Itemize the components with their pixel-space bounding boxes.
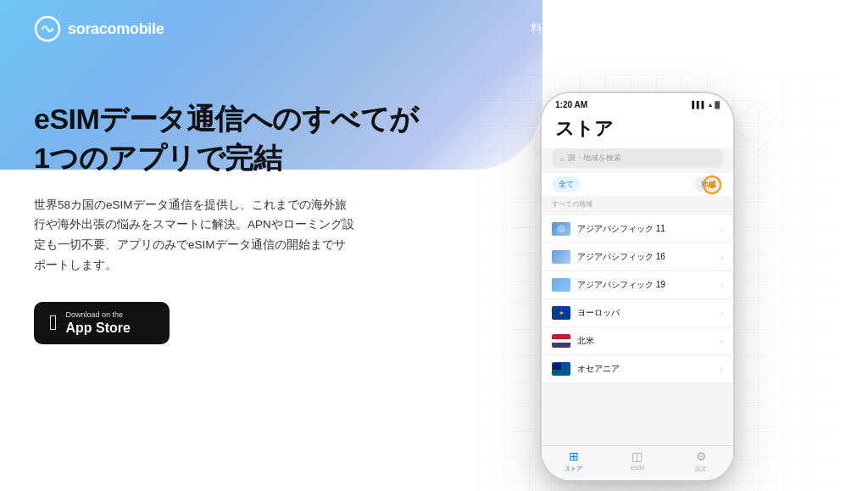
list-item[interactable]: アジアパシフィック 19 › <box>542 271 733 299</box>
apple-icon:  <box>49 311 58 333</box>
list-item[interactable]: オセアニア › <box>542 355 733 383</box>
header: soracomobile 料金 eSIM利用の流れ よくある質問 EN | JA <box>0 0 868 58</box>
region-name: オセアニア <box>577 363 714 375</box>
status-icons: ▌▌▌ ▴ ▓ <box>692 101 720 109</box>
list-item[interactable]: 北米 › <box>542 327 733 355</box>
section-label: すべての地域 <box>542 196 733 210</box>
indicator-inner <box>709 181 715 188</box>
chevron-icon: › <box>721 225 723 234</box>
flag-asia-pacific-16 <box>552 250 570 264</box>
logo[interactable]: soracomobile <box>34 15 164 42</box>
list-item[interactable]: ✦ ヨーロッパ › <box>542 299 733 327</box>
flag-north-america <box>552 334 570 348</box>
app-header: ストア <box>542 113 733 148</box>
flag-oceania <box>552 362 570 376</box>
hero-headline: eSIMデータ通信へのすべてが 1つのアプリで完結 <box>34 100 441 178</box>
app-store-large-text: App Store <box>66 320 131 336</box>
chevron-icon: › <box>721 365 723 374</box>
region-name: アジアパシフィック 11 <box>577 223 714 235</box>
nav-item-faq[interactable]: よくある質問 <box>696 21 767 36</box>
settings-tab-label: 設定 <box>695 465 707 473</box>
region-name: ヨーロッパ <box>577 307 714 319</box>
filter-tabs: 全て 地域 <box>542 173 733 196</box>
nav-item-esim-flow[interactable]: eSIM利用の流れ <box>581 21 669 36</box>
hero-description: 世界58カ国のeSIMデータ通信を提供し、これまでの海外旅行や海外出張の悩みをス… <box>34 195 356 276</box>
app-store-button[interactable]:  Download on the App Store <box>34 302 170 344</box>
headline-line2: 1つのアプリで完結 <box>34 142 281 174</box>
status-time: 1:20 AM <box>555 100 587 109</box>
search-placeholder: 国・地域を検索 <box>568 153 621 164</box>
indicator-circle <box>703 176 721 194</box>
list-item[interactable]: アジアパシフィック 16 › <box>542 243 733 271</box>
tab-esim[interactable]: ◫ eSIM <box>605 449 669 473</box>
app-store-small-text: Download on the <box>66 310 131 320</box>
esim-tab-icon: ◫ <box>632 449 643 463</box>
tab-settings[interactable]: ⚙ 設定 <box>670 449 733 473</box>
status-bar: 1:20 AM ▌▌▌ ▴ ▓ <box>542 93 733 113</box>
filter-tab-all[interactable]: 全て <box>552 176 581 192</box>
tab-store[interactable]: ⊞ ストア <box>542 449 605 473</box>
settings-tab-icon: ⚙ <box>696 449 707 463</box>
bottom-tab-bar: ⊞ ストア ◫ eSIM ⚙ 設定 <box>542 445 733 480</box>
chevron-icon: › <box>721 281 723 290</box>
btn-text: Download on the App Store <box>66 310 131 336</box>
nav: 料金 eSIM利用の流れ よくある質問 EN | JA <box>531 21 834 36</box>
headline-line1: eSIMデータ通信へのすべてが <box>34 103 419 135</box>
nav-lang-en[interactable]: EN <box>794 22 810 36</box>
main-content: eSIMデータ通信へのすべてが 1つのアプリで完結 世界58カ国のeSIMデータ… <box>0 58 868 491</box>
search-icon: ⌕ <box>560 154 565 163</box>
phone-screen: 1:20 AM ▌▌▌ ▴ ▓ ストア ⌕ 国・地域を検索 <box>542 93 733 480</box>
chevron-icon: › <box>721 309 723 318</box>
flag-europe: ✦ <box>552 306 570 320</box>
flag-asia-pacific-19 <box>552 278 570 292</box>
wifi-icon: ▴ <box>709 101 712 109</box>
list-item[interactable]: アジアパシフィック 11 › <box>542 215 733 243</box>
region-name: アジアパシフィック 16 <box>577 251 714 263</box>
app-title: ストア <box>555 116 720 142</box>
lang-separator: | <box>814 22 817 36</box>
region-name: 北米 <box>577 335 714 347</box>
signal-icon: ▌▌▌ <box>692 101 706 109</box>
phone-mockup: 1:20 AM ▌▌▌ ▴ ▓ ストア ⌕ 国・地域を検索 <box>540 92 735 482</box>
battery-icon: ▓ <box>715 101 720 109</box>
esim-tab-label: eSIM <box>631 465 644 471</box>
chevron-icon: › <box>721 253 723 262</box>
hero-left: eSIMデータ通信へのすべてが 1つのアプリで完結 世界58カ国のeSIMデータ… <box>34 75 441 491</box>
region-name: アジアパシフィック 19 <box>577 279 714 291</box>
region-list: アジアパシフィック 11 › アジアパシフィック 16 › アジアパシフィック … <box>542 215 733 383</box>
search-bar[interactable]: ⌕ 国・地域を検索 <box>552 148 723 168</box>
flag-asia-pacific-11 <box>552 222 570 236</box>
nav-lang-ja[interactable]: JA <box>821 22 834 36</box>
hero-right: 1:20 AM ▌▌▌ ▴ ▓ ストア ⌕ 国・地域を検索 <box>441 75 834 491</box>
store-tab-icon: ⊞ <box>569 449 579 463</box>
nav-item-pricing[interactable]: 料金 <box>531 21 554 36</box>
chevron-icon: › <box>721 337 723 346</box>
logo-text: soracomobile <box>68 20 164 38</box>
store-tab-label: ストア <box>565 465 582 473</box>
logo-icon <box>34 15 61 42</box>
